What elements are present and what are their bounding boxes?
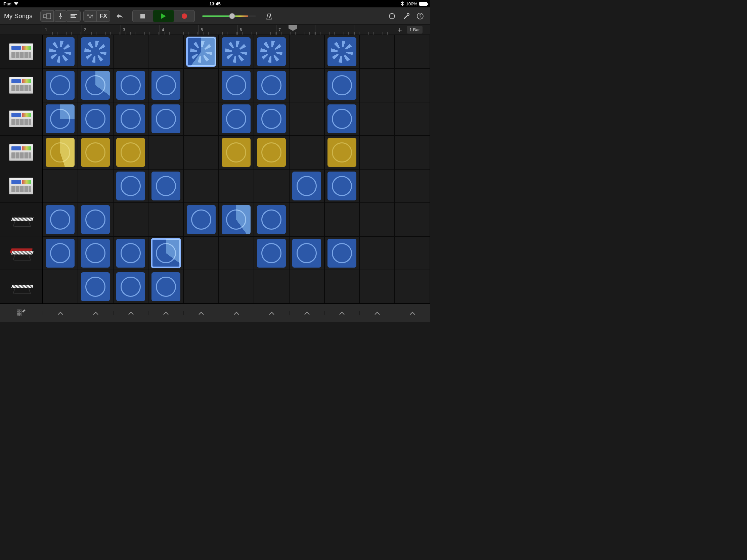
ruler[interactable]: 1234567 — [43, 25, 393, 34]
grid-cell[interactable] — [148, 35, 183, 69]
metronome-button[interactable] — [263, 10, 275, 22]
grid-cell[interactable] — [395, 35, 430, 69]
loop-clip[interactable] — [292, 239, 321, 268]
grid-cell[interactable] — [218, 35, 254, 69]
grid-cell[interactable] — [289, 169, 325, 203]
grid-cell[interactable] — [395, 203, 430, 236]
grid-cell[interactable] — [78, 69, 113, 102]
loop-clip[interactable] — [116, 239, 145, 268]
grid-cell[interactable] — [254, 102, 289, 136]
grid-cell[interactable] — [325, 136, 360, 169]
loop-clip[interactable] — [46, 205, 75, 234]
grid-cell[interactable] — [43, 270, 78, 303]
grid-cell[interactable] — [43, 136, 78, 169]
loop-clip[interactable] — [116, 138, 145, 167]
loop-clip[interactable] — [81, 205, 110, 234]
loop-clip[interactable] — [257, 37, 286, 66]
grid-cell[interactable] — [148, 236, 183, 270]
grid-cell[interactable] — [359, 236, 395, 270]
grid-cell[interactable] — [218, 136, 254, 169]
grid-cell[interactable] — [325, 169, 360, 203]
grid-cell[interactable] — [325, 102, 360, 136]
track-header-2[interactable] — [0, 102, 42, 136]
loop-clip[interactable] — [222, 205, 251, 234]
grid-cell[interactable] — [78, 169, 113, 203]
grid-cell[interactable] — [289, 136, 325, 169]
column-trigger[interactable] — [254, 311, 289, 315]
loop-clip[interactable] — [46, 71, 75, 100]
grid-cell[interactable] — [113, 169, 149, 203]
grid-cell[interactable] — [183, 35, 218, 69]
grid-cell[interactable] — [218, 102, 254, 136]
grid-cell[interactable] — [78, 102, 113, 136]
column-trigger[interactable] — [395, 311, 430, 315]
loop-clip[interactable] — [328, 71, 356, 100]
grid-cell[interactable] — [359, 136, 395, 169]
column-trigger[interactable] — [43, 311, 78, 315]
grid-cell[interactable] — [325, 35, 360, 69]
volume-thumb[interactable] — [229, 13, 235, 19]
ruler-bar-3[interactable]: 3 — [121, 25, 159, 34]
loop-button[interactable] — [386, 10, 398, 22]
grid-cell[interactable] — [43, 236, 78, 270]
column-trigger[interactable] — [183, 311, 218, 315]
loop-clip[interactable] — [328, 239, 356, 268]
ruler-bar-5[interactable]: 5 — [199, 25, 237, 34]
record-button[interactable] — [174, 10, 195, 22]
track-header-5[interactable] — [0, 203, 42, 236]
grid-cell[interactable] — [254, 270, 289, 303]
loop-clip[interactable] — [328, 37, 356, 66]
loop-clip[interactable] — [187, 37, 216, 66]
edit-grid-button[interactable] — [16, 308, 27, 319]
grid-cell[interactable] — [289, 35, 325, 69]
loop-clip[interactable] — [152, 171, 180, 201]
loop-clip[interactable] — [116, 71, 145, 100]
column-trigger[interactable] — [78, 311, 113, 315]
loop-clip[interactable] — [81, 71, 110, 100]
grid-cell[interactable] — [78, 35, 113, 69]
grid-cell[interactable] — [113, 69, 149, 102]
ruler-bar-4[interactable]: 4 — [159, 25, 199, 34]
grid-cell[interactable] — [359, 102, 395, 136]
track-header-7[interactable] — [0, 270, 42, 303]
grid-cell[interactable] — [325, 236, 360, 270]
grid-cell[interactable] — [289, 69, 325, 102]
loop-clip[interactable] — [328, 138, 356, 167]
grid-cell[interactable] — [183, 136, 218, 169]
loop-clip[interactable] — [222, 71, 251, 100]
grid-cell[interactable] — [325, 270, 360, 303]
grid-cell[interactable] — [218, 69, 254, 102]
loop-clip[interactable] — [257, 104, 286, 133]
track-header-1[interactable] — [0, 69, 42, 102]
track-header-3[interactable] — [0, 136, 42, 169]
loop-clip[interactable] — [46, 37, 75, 66]
ruler-bar-2[interactable]: 2 — [82, 25, 121, 34]
grid-cell[interactable] — [359, 169, 395, 203]
settings-button[interactable] — [401, 10, 412, 22]
mic-button[interactable] — [54, 10, 67, 22]
loop-clip[interactable] — [257, 138, 286, 167]
grid-cell[interactable] — [395, 169, 430, 203]
grid-cell[interactable] — [218, 203, 254, 236]
grid-cell[interactable] — [218, 236, 254, 270]
column-trigger[interactable] — [289, 311, 325, 315]
stop-button[interactable] — [132, 10, 153, 22]
grid-cell[interactable] — [43, 69, 78, 102]
grid-cell[interactable] — [113, 270, 149, 303]
grid-cell[interactable] — [113, 136, 149, 169]
grid-cell[interactable] — [325, 203, 360, 236]
loop-clip[interactable] — [222, 104, 251, 133]
volume-slider[interactable] — [202, 16, 256, 17]
loop-clip[interactable] — [116, 272, 145, 301]
ruler-bar-1[interactable]: 1 — [43, 25, 82, 34]
column-trigger[interactable] — [113, 311, 149, 315]
zoom-label[interactable]: 1 Bar — [407, 26, 422, 33]
column-trigger[interactable] — [148, 311, 183, 315]
grid-cell[interactable] — [148, 69, 183, 102]
grid-cell[interactable] — [148, 270, 183, 303]
grid-cell[interactable] — [395, 102, 430, 136]
grid-cell[interactable] — [359, 203, 395, 236]
grid-cell[interactable] — [183, 203, 218, 236]
grid-cell[interactable] — [183, 169, 218, 203]
grid-cell[interactable] — [254, 136, 289, 169]
